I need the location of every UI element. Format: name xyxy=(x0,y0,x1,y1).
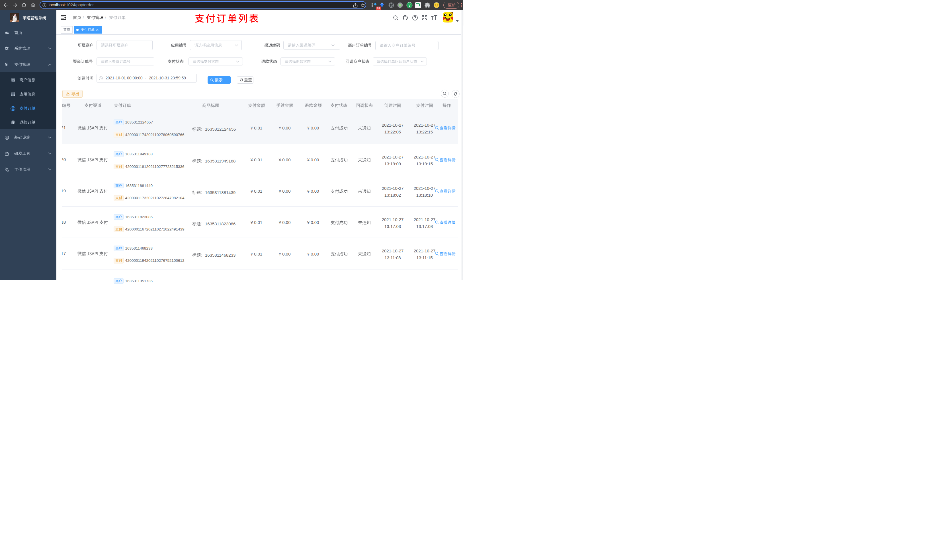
svg-text:y: y xyxy=(409,3,411,8)
